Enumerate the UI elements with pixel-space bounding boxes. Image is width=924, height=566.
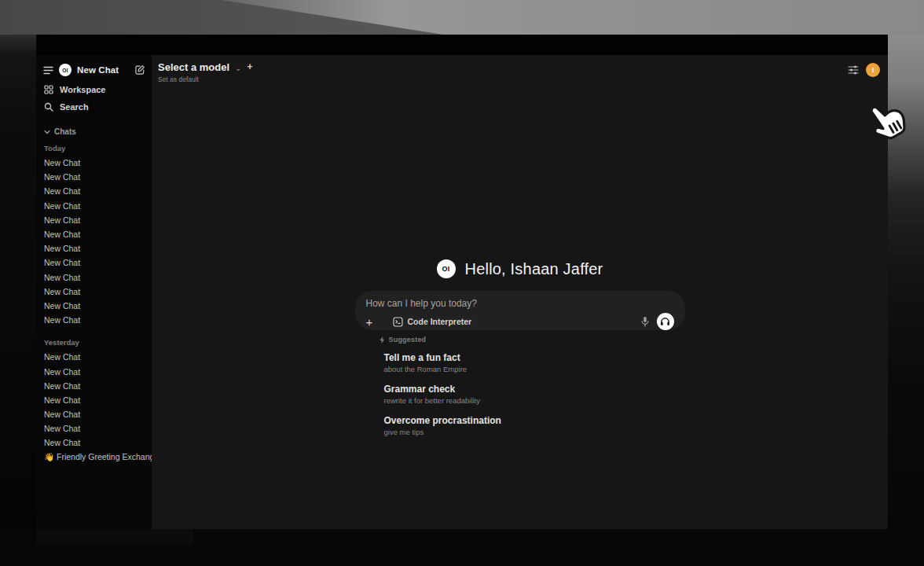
chevron-down-icon <box>44 130 50 134</box>
suggestions-list: Tell me a fun fact about the Roman Empir… <box>380 351 685 438</box>
microphone-icon[interactable] <box>641 316 649 327</box>
chat-list-item[interactable]: New Chat <box>42 299 147 313</box>
attach-plus-button[interactable]: + <box>366 316 380 328</box>
headphones-icon <box>660 317 670 326</box>
chat-list-item[interactable]: New Chat <box>42 313 147 327</box>
workspace-grid-icon <box>44 85 53 94</box>
add-model-button[interactable]: + <box>247 61 252 72</box>
model-chevron-icon: ⌄ <box>235 64 241 72</box>
wallpaper-left <box>0 35 36 529</box>
suggested-bolt-icon <box>380 336 385 344</box>
sidebar-item-workspace[interactable]: Workspace <box>42 82 147 97</box>
chat-list-item[interactable]: New Chat <box>42 255 147 270</box>
voice-call-button[interactable] <box>657 313 674 330</box>
chat-list-item[interactable]: New Chat <box>42 379 147 393</box>
wallpaper-top <box>0 0 924 35</box>
search-icon <box>44 102 53 112</box>
chat-list-item[interactable]: New Chat <box>42 270 147 285</box>
chat-group-yesterday: Yesterday <box>44 338 147 347</box>
chat-list-yesterday: New ChatNew ChatNew ChatNew ChatNew Chat… <box>42 350 147 450</box>
chat-list-item[interactable]: New Chat <box>42 241 147 255</box>
chat-list-item[interactable]: New Chat <box>42 407 147 421</box>
code-interpreter-label: Code Interpreter <box>408 317 472 326</box>
suggestion-item[interactable]: Overcome procrastination give me tips <box>380 413 685 438</box>
greeting-logo: OI <box>437 259 456 278</box>
sidebar: OI New Chat Workspace Search <box>36 55 152 529</box>
code-interpreter-icon <box>393 317 403 327</box>
suggestion-item[interactable]: Grammar check rewrite it for better read… <box>380 382 685 406</box>
set-as-default-link[interactable]: Set as default <box>158 75 252 83</box>
chat-input-card[interactable]: + Code Interpreter <box>355 291 685 330</box>
chat-list-item[interactable]: New Chat <box>42 184 147 198</box>
suggested-label: Suggested <box>389 336 427 344</box>
chat-list-item[interactable]: New Chat <box>42 285 147 299</box>
chat-list-item[interactable]: New Chat <box>42 436 147 450</box>
app-logo: OI <box>59 64 72 76</box>
chat-list-item[interactable]: New Chat <box>42 156 147 170</box>
chat-list-item[interactable]: New Chat <box>42 421 147 436</box>
suggestion-item[interactable]: Tell me a fun fact about the Roman Empir… <box>380 351 685 375</box>
new-chat-icon[interactable] <box>134 64 145 75</box>
chat-list-item[interactable]: New Chat <box>42 170 147 184</box>
chat-group-today: Today <box>44 144 147 153</box>
wallpaper-bottom <box>0 529 924 566</box>
search-label: Search <box>60 102 89 112</box>
chats-section-label: Chats <box>54 127 76 136</box>
controls-sliders-icon[interactable] <box>848 65 859 75</box>
user-avatar[interactable]: I <box>866 63 880 77</box>
window-top-band <box>36 35 888 55</box>
main-area: Select a model ⌄ + Set as default I OI <box>152 55 888 529</box>
chat-list-today: New ChatNew ChatNew ChatNew ChatNew Chat… <box>42 156 147 327</box>
code-interpreter-toggle[interactable]: Code Interpreter <box>393 317 472 327</box>
chat-list-item[interactable]: New Chat <box>42 393 147 407</box>
app-window: OI New Chat Workspace Search <box>36 35 888 529</box>
greeting-text: Hello, Ishaan Jaffer <box>465 260 603 278</box>
chat-list-item[interactable]: New Chat <box>42 199 147 213</box>
sidebar-item-search[interactable]: Search <box>42 99 147 115</box>
chat-list-item-friendly-greeting[interactable]: 👋 Friendly Greeting Exchange <box>42 450 147 465</box>
sidebar-title: New Chat <box>77 65 119 75</box>
chat-list-item[interactable]: New Chat <box>42 227 147 241</box>
sidebar-toggle-icon[interactable] <box>43 66 53 75</box>
chat-list-item[interactable]: New Chat <box>42 364 147 378</box>
model-selector-label: Select a model <box>158 61 229 73</box>
chat-list-item[interactable]: New Chat <box>42 350 147 364</box>
workspace-label: Workspace <box>60 85 106 94</box>
model-selector[interactable]: Select a model ⌄ + <box>158 61 252 73</box>
chat-input[interactable] <box>366 298 674 309</box>
chats-section-toggle[interactable]: Chats <box>44 127 147 136</box>
chat-list-item[interactable]: New Chat <box>42 213 147 227</box>
wallpaper-right <box>888 35 924 529</box>
